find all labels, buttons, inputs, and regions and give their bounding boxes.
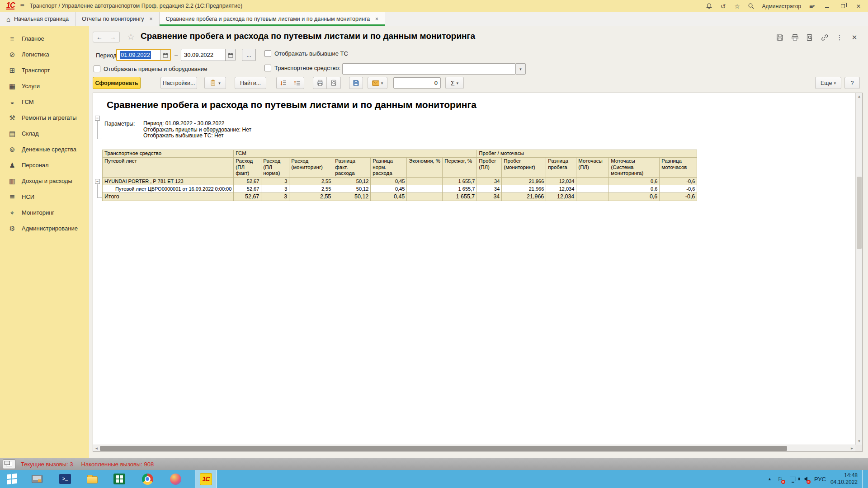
row-cell[interactable] [407, 185, 443, 192]
show-retired-checkbox[interactable]: Отображать выбывшие ТС [264, 50, 348, 57]
row-cell[interactable]: 1 655,7 [443, 185, 477, 192]
show-desktop-button[interactable] [862, 470, 864, 488]
service-menu-icon[interactable]: ≡▾ [807, 2, 817, 11]
tab-monitoring-reports[interactable]: Отчеты по мониторингу × [75, 12, 160, 26]
row-cell[interactable] [576, 177, 609, 185]
taskbar-server-manager[interactable] [28, 470, 46, 488]
period-more-button[interactable]: ... [242, 49, 256, 61]
preview-button-icon[interactable] [327, 77, 341, 89]
checkbox-box[interactable] [94, 66, 100, 72]
sidebar-item-Доходы и расходы[interactable]: ▥Доходы и расходы [0, 173, 89, 189]
row-cell[interactable]: 12,034 [546, 177, 576, 185]
tab-close-icon[interactable]: × [150, 16, 153, 22]
taskbar-chrome[interactable] [138, 470, 156, 488]
checkbox-box[interactable] [264, 50, 271, 57]
row-cell[interactable]: 0,6 [609, 177, 660, 185]
row-cell[interactable]: 2,55 [289, 192, 333, 201]
current-user[interactable]: Администратор [762, 3, 801, 9]
row-cell[interactable]: 0,6 [609, 185, 660, 192]
sidebar-item-Склад[interactable]: ▤Склад [0, 126, 89, 141]
sidebar-item-Ремонты и агрегаты[interactable]: ⚒Ремонты и агрегаты [0, 110, 89, 126]
tab-close-icon[interactable]: × [375, 16, 378, 22]
search-icon[interactable] [746, 2, 756, 11]
row-cell[interactable]: 50,12 [333, 177, 371, 185]
row-cell[interactable]: 21,966 [502, 185, 546, 192]
network-icon[interactable] [789, 475, 797, 483]
forward-arrow-icon[interactable]: → [106, 32, 120, 42]
sidebar-item-Денежные средства[interactable]: ⊚Денежные средства [0, 141, 89, 157]
scrollbar-thumb[interactable] [100, 446, 787, 451]
checkbox-box[interactable] [264, 65, 271, 71]
row-cell[interactable]: 50,12 [333, 192, 371, 201]
show-trailers-checkbox[interactable]: Отображать прицепы и оборудование [94, 66, 208, 72]
sidebar-item-Логистика[interactable]: ⊘Логистика [0, 47, 89, 62]
close-window-button[interactable]: ✕ [853, 2, 864, 11]
taskbar-store[interactable] [110, 470, 128, 488]
row-cell[interactable]: 1 655,7 [443, 192, 477, 201]
taskbar-powershell[interactable]: >_ [56, 470, 74, 488]
scroll-right-icon[interactable]: ► [849, 445, 855, 452]
scroll-up-icon[interactable]: ▲ [856, 93, 863, 100]
row-cell[interactable]: 21,966 [502, 192, 546, 201]
row-cell[interactable]: 2,55 [289, 177, 333, 185]
sidebar-item-Персонал[interactable]: ♟Персонал [0, 157, 89, 173]
row-cell[interactable]: 3 [261, 185, 289, 192]
taskbar-app[interactable] [166, 470, 184, 488]
send-mail-icon[interactable]: ▾ [368, 77, 387, 89]
autosum-field[interactable] [393, 77, 441, 89]
more-button[interactable]: Еще▾ [815, 77, 841, 89]
row-cell[interactable]: 2,55 [289, 185, 333, 192]
row-cell[interactable]: 1 655,7 [443, 177, 477, 185]
generate-button[interactable]: Сформировать [93, 77, 141, 89]
row-cell[interactable]: 3 [261, 177, 289, 185]
scroll-left-icon[interactable]: ◄ [93, 445, 100, 452]
save-result-icon[interactable] [349, 77, 363, 89]
report-variants-button[interactable]: ▾ [204, 77, 226, 89]
collapse-groups-icon[interactable] [290, 77, 304, 89]
vehicle-dropdown-button[interactable]: ▾ [515, 63, 526, 75]
expand-groups-icon[interactable] [276, 77, 290, 89]
taskbar-1c-active[interactable]: 1С [195, 470, 217, 488]
period-from-input[interactable]: 01.09.2022 [116, 49, 171, 61]
client-sessions-icon[interactable] [3, 460, 15, 469]
print-preview-icon[interactable] [805, 33, 814, 42]
sidebar-item-Администрирование[interactable]: ⚙Администрирование [0, 221, 89, 236]
row-cell[interactable]: 12,034 [546, 185, 576, 192]
favorites-star-icon[interactable]: ☆ [732, 2, 742, 11]
row-cell[interactable]: 34 [477, 185, 502, 192]
calendar-icon[interactable] [160, 50, 170, 60]
row-cell[interactable]: -0,6 [660, 192, 697, 201]
row-cell[interactable]: 34 [477, 177, 502, 185]
tab-comparison-report[interactable]: Сравнение пробега и расхода по путевым л… [160, 12, 386, 26]
collapse-params-icon[interactable]: − [95, 116, 100, 121]
row-cell[interactable]: 12,034 [546, 192, 576, 201]
scroll-down-icon[interactable]: ▼ [856, 438, 863, 445]
row-cell[interactable]: -0,6 [660, 185, 697, 192]
restore-button[interactable] [837, 2, 849, 11]
volume-muted-icon[interactable]: ✕ [802, 475, 810, 483]
close-form-icon[interactable]: ✕ [850, 33, 859, 42]
row-cell[interactable]: 3 [261, 192, 289, 201]
help-button[interactable]: ? [844, 77, 860, 89]
notifications-bell-icon[interactable] [704, 2, 714, 11]
print-icon[interactable] [790, 33, 799, 42]
row-cell[interactable]: 0,45 [371, 185, 407, 192]
calendar-icon[interactable] [225, 49, 235, 61]
language-indicator[interactable]: РУС [814, 476, 826, 483]
back-arrow-icon[interactable]: ← [93, 32, 106, 42]
start-button[interactable] [0, 470, 24, 488]
sum-button[interactable]: Σ ▾ [445, 77, 464, 89]
history-icon[interactable]: ↺ [718, 2, 728, 11]
row-cell[interactable]: 50,12 [333, 185, 371, 192]
row-cell[interactable] [407, 177, 443, 185]
tray-expand-icon[interactable]: ▲ [768, 477, 772, 481]
row-cell[interactable] [576, 185, 609, 192]
settings-button[interactable]: Настройки... [160, 77, 197, 89]
sidebar-item-Мониторинг[interactable]: ⌖Мониторинг [0, 205, 89, 221]
row-cell[interactable]: -0,6 [660, 177, 697, 185]
sidebar-item-ГСМ[interactable]: ◒ГСМ [0, 94, 89, 110]
favorite-star-icon[interactable]: ☆ [127, 32, 135, 42]
row-label[interactable]: Итого [103, 192, 234, 201]
tab-home[interactable]: ⌂ Начальная страница [0, 12, 75, 26]
collapse-group-icon[interactable]: − [95, 179, 100, 184]
